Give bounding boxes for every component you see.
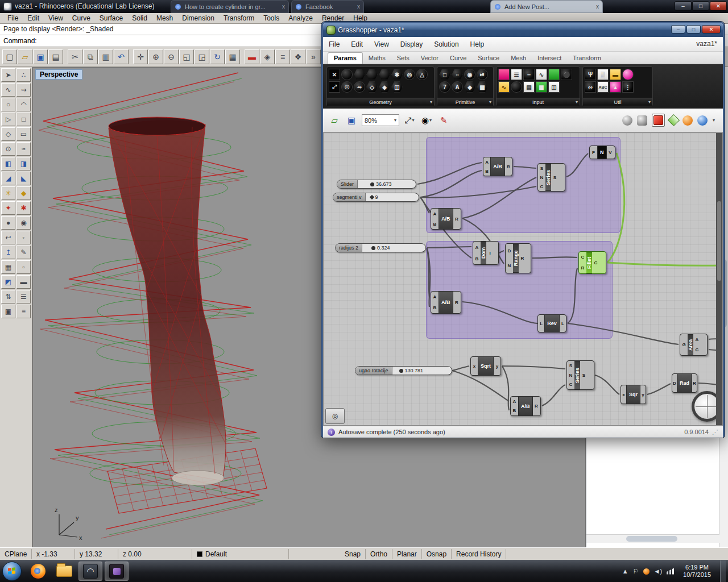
port-in[interactable]: B: [483, 167, 490, 176]
primitive-icon-6[interactable]: ▩: [477, 81, 488, 93]
taskbar-firefox-icon[interactable]: [26, 562, 50, 581]
tab-intersect[interactable]: Intersect: [532, 53, 567, 64]
port-in[interactable]: B: [511, 406, 518, 416]
palette-chamfer-tool[interactable]: ◆: [16, 186, 31, 200]
component-label[interactable]: Series: [574, 361, 580, 389]
canvas-scrollbar[interactable]: [716, 133, 722, 425]
palette-frame-tool[interactable]: ▫: [16, 260, 31, 274]
component-label[interactable]: N: [597, 146, 607, 159]
palette-sphere-tool[interactable]: ●: [1, 216, 15, 230]
input-icon-button[interactable]: ⚫: [561, 69, 572, 80]
port-out[interactable]: S: [580, 361, 588, 389]
port-in[interactable]: A: [431, 292, 439, 302]
palette-polyline-tool[interactable]: ⇝: [16, 83, 31, 97]
util-icon-flask[interactable]: ▴: [610, 81, 621, 93]
palette-torus-tool[interactable]: ◉: [16, 216, 31, 230]
port-in[interactable]: L: [538, 315, 544, 332]
port-out[interactable]: R: [505, 157, 512, 176]
slider-grip[interactable]: [370, 182, 374, 186]
number-slider[interactable]: Slider 36.673: [337, 180, 416, 189]
number-slider[interactable]: ugao rotacije 130.781: [355, 366, 452, 375]
component-label[interactable]: Range: [513, 244, 519, 273]
menu-tools[interactable]: Tools: [259, 14, 283, 23]
primitive-icon-5[interactable]: ◆: [464, 81, 475, 93]
gh-menu-view[interactable]: View: [369, 39, 395, 50]
palette-ellipse-tool[interactable]: ⊙: [1, 142, 15, 156]
tab-maths[interactable]: Maths: [363, 53, 391, 64]
component-series[interactable]: S N C Series S: [537, 163, 565, 192]
palette-fillet-tool[interactable]: ✳: [1, 186, 15, 200]
pan-button[interactable]: ✛: [133, 49, 148, 64]
menu-surface[interactable]: Surface: [96, 14, 127, 23]
save-button[interactable]: ▣: [33, 49, 48, 64]
taskbar-rhino-icon[interactable]: ◠: [78, 562, 102, 581]
palette-offset-tool[interactable]: ▭: [16, 127, 31, 141]
util-icon-tree[interactable]: Ψ: [585, 69, 596, 80]
primitive-icon-seven[interactable]: 7: [439, 81, 450, 93]
component-radians[interactable]: D Rad R: [672, 373, 697, 393]
print-button[interactable]: ▤: [48, 49, 63, 64]
util-icon-jitter[interactable]: ⋮: [622, 81, 634, 93]
minimize-button[interactable]: –: [675, 1, 692, 11]
zoom-window-button[interactable]: ◱: [179, 49, 194, 64]
close-button[interactable]: ✕: [710, 1, 727, 11]
taskbar-clock[interactable]: 6:19 PM 10/7/2015: [679, 564, 715, 579]
tab-surface[interactable]: Surface: [472, 53, 505, 64]
port-in[interactable]: S: [538, 164, 545, 173]
gh-save-button[interactable]: ▣: [345, 114, 358, 127]
browser-horizontal-scrollbar[interactable]: [586, 534, 719, 543]
port-in[interactable]: A: [483, 157, 490, 167]
gh-menu-file[interactable]: File: [323, 39, 345, 50]
component-reverse[interactable]: L Rev L: [537, 314, 566, 332]
port-in[interactable]: D: [672, 374, 677, 392]
gh-menu-edit[interactable]: Edit: [345, 39, 369, 50]
menu-view[interactable]: View: [44, 14, 67, 23]
component-division[interactable]: A B A/B R: [510, 396, 541, 416]
palette-pencil-tool[interactable]: ✎: [16, 246, 31, 259]
port-out[interactable]: R: [453, 209, 461, 229]
rhino-titlebar[interactable]: vaza1 - Rhinoceros (Educational Lab Lice…: [0, 0, 728, 13]
tray-volume-icon[interactable]: ◄): [654, 568, 663, 575]
gh-zoom-extents-button[interactable]: ⤢▾: [403, 114, 416, 127]
geometry-icon-10[interactable]: ☉: [341, 81, 353, 93]
component-sqr[interactable]: x Sqr y: [621, 385, 646, 404]
number-slider[interactable]: radijus 2 0.324: [335, 243, 426, 252]
palette-swap-tool[interactable]: ⇅: [1, 290, 15, 304]
menu-solid[interactable]: Solid: [128, 14, 151, 23]
gh-close-button[interactable]: ✕: [702, 25, 721, 34]
port-in[interactable]: C: [538, 182, 545, 191]
port-in[interactable]: B: [431, 219, 439, 229]
primitive-icon-a[interactable]: A: [452, 81, 463, 93]
port-out[interactable]: y: [640, 385, 646, 404]
component-sqrt[interactable]: x Sqrt y: [470, 356, 501, 376]
palette-extrude-tool[interactable]: ◢: [1, 172, 15, 185]
geometry-icon-1[interactable]: ✕: [329, 69, 340, 80]
primitive-icon-3[interactable]: ◉: [464, 69, 475, 80]
port-in[interactable]: A: [431, 209, 439, 219]
component-area[interactable]: G Area A C: [680, 334, 708, 356]
palette-grid-tool[interactable]: ▦: [1, 260, 15, 274]
util-icon-gradient[interactable]: ▬: [610, 69, 621, 80]
input-icon-calendar[interactable]: ▦: [536, 81, 547, 93]
gh-preview-shaded-icon[interactable]: [652, 114, 665, 127]
grasshopper-canvas[interactable]: Slider 36.673 segmenti v 9 radijus 2 0.3…: [323, 132, 723, 426]
gh-menu-help[interactable]: Help: [465, 39, 490, 50]
geometry-icon-2[interactable]: [341, 69, 353, 80]
input-icon-knob[interactable]: [511, 81, 522, 93]
grasshopper-titlebar[interactable]: Grasshopper - vaza1* – □ ✕: [323, 23, 723, 37]
port-out[interactable]: C: [592, 252, 599, 273]
palette-surface2-tool[interactable]: ◨: [16, 157, 31, 171]
zoom-extents-button[interactable]: ◲: [195, 49, 209, 64]
record-history-toggle[interactable]: Record History: [452, 549, 506, 559]
open-button[interactable]: ▱: [18, 49, 32, 64]
component-label[interactable]: A/B: [439, 292, 453, 313]
snap-toggle[interactable]: Snap: [340, 549, 366, 559]
show-desktop-button[interactable]: [720, 560, 726, 582]
port-in[interactable]: N: [538, 173, 545, 182]
util-icon-graph[interactable]: ∾: [585, 81, 596, 93]
component-division[interactable]: A B A/B R: [431, 291, 461, 314]
slider-grip[interactable]: [369, 195, 374, 199]
gh-paint-button[interactable]: ✎: [437, 114, 450, 127]
ribbon-label-geometry[interactable]: Geometry▾: [327, 98, 434, 106]
palette-curve2-tool[interactable]: ≈: [16, 142, 31, 156]
